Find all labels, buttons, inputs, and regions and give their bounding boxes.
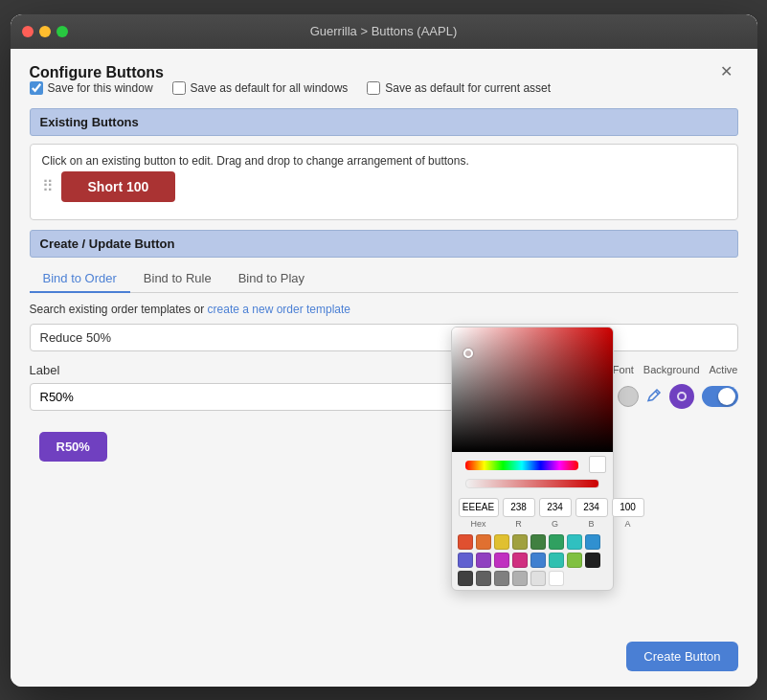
color-swatch[interactable] xyxy=(585,553,600,568)
r-label: R xyxy=(515,519,522,529)
color-swatch[interactable] xyxy=(585,534,600,550)
color-swatch[interactable] xyxy=(494,553,509,568)
hex-input[interactable] xyxy=(459,498,499,517)
gradient-dark-overlay xyxy=(452,327,613,452)
hex-input-group: Hex xyxy=(459,498,499,529)
color-picker-popup: ✕ xyxy=(451,327,614,591)
maximize-dot[interactable] xyxy=(56,26,68,37)
close-button[interactable]: ✕ xyxy=(714,60,738,82)
tab-bind-to-order[interactable]: Bind to Order xyxy=(30,265,130,293)
window-title: Guerrilla > Buttons (AAPL) xyxy=(310,24,458,38)
opacity-swatch xyxy=(589,456,606,473)
minimize-dot[interactable] xyxy=(39,26,51,37)
a-input-group: A xyxy=(612,498,644,529)
color-swatch[interactable] xyxy=(567,553,582,568)
color-inputs-area: Hex R G B A xyxy=(452,494,613,531)
color-swatch[interactable] xyxy=(458,553,473,568)
label-input-row xyxy=(30,383,738,411)
color-swatch[interactable] xyxy=(567,534,582,550)
configure-buttons-window: Guerrilla > Buttons (AAPL) Configure But… xyxy=(11,14,757,687)
color-swatch[interactable] xyxy=(476,553,491,568)
color-swatch[interactable] xyxy=(476,534,491,550)
r-input[interactable] xyxy=(503,498,535,517)
save-window-checkbox[interactable]: Save for this window xyxy=(30,81,153,95)
background-color-button[interactable] xyxy=(669,384,694,409)
font-edit-icon[interactable] xyxy=(646,388,662,406)
create-new-template-link[interactable]: create a new order template xyxy=(208,303,350,316)
label-row-header: Label Text Font Background Active xyxy=(30,363,738,377)
toggle-knob xyxy=(718,388,735,405)
text-color-swatch[interactable] xyxy=(618,386,639,407)
color-swatches xyxy=(452,531,613,590)
dialog-header: Configure Buttons ✕ xyxy=(30,64,738,81)
b-input-group: B xyxy=(575,498,608,529)
search-line: Search existing order templates or creat… xyxy=(30,303,738,316)
drag-handle-icon[interactable]: ⠿ xyxy=(42,177,54,195)
save-window-input[interactable] xyxy=(30,81,43,95)
search-prefix: Search existing order templates or xyxy=(30,303,205,316)
save-default-all-input[interactable] xyxy=(172,81,186,95)
color-swatch[interactable] xyxy=(458,571,473,586)
tab-bind-to-rule[interactable]: Bind to Rule xyxy=(130,265,225,293)
color-swatch[interactable] xyxy=(530,571,546,586)
g-label: G xyxy=(552,519,558,529)
color-swatch[interactable] xyxy=(530,534,546,550)
checkboxes-row: Save for this window Save as default for… xyxy=(30,81,738,95)
b-input[interactable] xyxy=(575,498,608,517)
instruction-text: Click on an existing button to edit. Dra… xyxy=(42,154,469,168)
a-label: A xyxy=(624,519,630,529)
color-swatch[interactable] xyxy=(476,571,491,586)
save-current-asset-input[interactable] xyxy=(367,81,380,95)
instruction-box: Click on an existing button to edit. Dra… xyxy=(30,144,738,220)
r-input-group: R xyxy=(503,498,535,529)
color-swatch[interactable] xyxy=(549,571,564,586)
save-default-all-checkbox[interactable]: Save as default for all windows xyxy=(172,81,349,95)
dialog-content: Configure Buttons ✕ Save for this window… xyxy=(11,49,757,687)
color-swatch[interactable] xyxy=(458,534,473,550)
g-input-group: G xyxy=(539,498,572,529)
svg-point-1 xyxy=(679,394,685,399)
color-swatch[interactable] xyxy=(512,553,528,568)
a-input[interactable] xyxy=(612,498,644,517)
opacity-slider[interactable] xyxy=(465,479,599,488)
dialog-title: Configure Buttons xyxy=(30,64,164,80)
hex-label: Hex xyxy=(470,519,485,529)
preview-button[interactable]: R50% xyxy=(39,432,107,462)
g-input[interactable] xyxy=(539,498,572,517)
close-dot[interactable] xyxy=(22,26,34,37)
color-cursor[interactable] xyxy=(463,349,473,358)
color-swatch[interactable] xyxy=(512,534,528,550)
font-col-label: Font xyxy=(613,364,634,375)
create-button[interactable]: Create Button xyxy=(626,642,737,671)
existing-buttons-header: Existing Buttons xyxy=(30,108,738,136)
save-current-asset-checkbox[interactable]: Save as default for current asset xyxy=(367,81,551,95)
active-col-label: Active xyxy=(710,364,738,375)
preview-area: R50% ✕ xyxy=(30,422,738,671)
titlebar: Guerrilla > Buttons (AAPL) xyxy=(11,14,757,49)
background-col-label: Background xyxy=(643,364,700,375)
color-swatch[interactable] xyxy=(494,571,509,586)
b-label: B xyxy=(588,519,594,529)
traffic-lights xyxy=(22,26,68,37)
existing-buttons-area: ⠿ Short 100 xyxy=(42,168,726,210)
active-toggle[interactable] xyxy=(702,386,738,407)
short100-button[interactable]: Short 100 xyxy=(61,171,176,202)
color-swatch[interactable] xyxy=(549,534,564,550)
template-input[interactable] xyxy=(30,324,738,351)
color-swatch[interactable] xyxy=(494,534,509,550)
color-swatch[interactable] xyxy=(512,571,528,586)
tab-bind-to-play[interactable]: Bind to Play xyxy=(225,265,318,293)
color-gradient[interactable] xyxy=(452,327,613,452)
create-update-header: Create / Update Button xyxy=(30,230,738,258)
color-swatch[interactable] xyxy=(530,553,546,568)
color-swatch[interactable] xyxy=(549,553,564,568)
tabs-row: Bind to Order Bind to Rule Bind to Play xyxy=(30,265,738,293)
hue-slider[interactable] xyxy=(465,461,578,470)
